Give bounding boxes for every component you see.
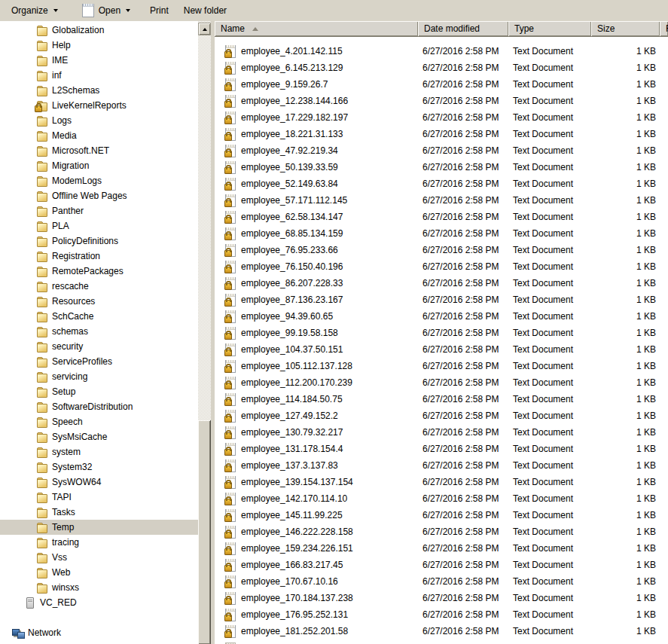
file-row-employee-127-49-152-2[interactable]: employee_127.49.152.2 6/27/2016 2:58 PM … — [215, 407, 668, 424]
sidebar-item-resources[interactable]: Resources — [0, 294, 198, 309]
sidebar-item-logs[interactable]: Logs — [0, 113, 198, 128]
file-row-employee-68-85-134-159[interactable]: employee_68.85.134.159 6/27/2016 2:58 PM… — [215, 225, 668, 242]
file-row-employee-145-11-99-225[interactable]: employee_145.11.99.225 6/27/2016 2:58 PM… — [215, 507, 668, 523]
column-header-name[interactable]: Name — [215, 21, 418, 36]
toolbar-open[interactable]: Open — [75, 2, 137, 19]
file-row-employee-86-207-228-33[interactable]: employee_86.207.228.33 6/27/2016 2:58 PM… — [215, 275, 668, 291]
file-row-employee-6-145-213-129[interactable]: employee_6.145.213.129 6/27/2016 2:58 PM… — [215, 60, 668, 76]
file-row-employee-57-171-112-145[interactable]: employee_57.171.112.145 6/27/2016 2:58 P… — [215, 192, 668, 209]
sidebar-item-serviceprofiles[interactable]: ServiceProfiles — [0, 354, 198, 369]
sidebar-item-migration[interactable]: Migration — [0, 158, 198, 173]
file-row-employee-159-234-226-151[interactable]: employee_159.234.226.151 6/27/2016 2:58 … — [215, 540, 668, 557]
file-row-employee-104-37-50-151[interactable]: employee_104.37.50.151 6/27/2016 2:58 PM… — [215, 341, 668, 358]
locked-text-file-icon — [225, 161, 236, 174]
sidebar-item-network[interactable]: Network — [0, 625, 198, 640]
sidebar-item-globalization[interactable]: Globalization — [0, 23, 198, 38]
file-row-employee-76-150-40-196[interactable]: employee_76.150.40.196 6/27/2016 2:58 PM… — [215, 258, 668, 275]
sidebar-item-tasks[interactable]: Tasks — [0, 505, 198, 520]
sidebar-item-system32[interactable]: System32 — [0, 459, 198, 475]
sidebar-item-inf[interactable]: inf — [0, 68, 198, 83]
column-header-type[interactable]: Type — [508, 21, 591, 36]
sidebar-item-l2schemas[interactable]: L2Schemas — [0, 83, 198, 98]
sidebar-item-remotepackages[interactable]: RemotePackages — [0, 264, 198, 279]
file-name-cell: employee_131.178.154.4 — [215, 443, 418, 456]
sidebar-item-softwaredistribution[interactable]: SoftwareDistribution — [0, 399, 198, 414]
file-row-employee-50-139-33-59[interactable]: employee_50.139.33.59 6/27/2016 2:58 PM … — [215, 159, 668, 175]
size-cell: 1 KB — [591, 444, 660, 454]
date-modified-cell: 6/27/2016 2:58 PM — [418, 493, 508, 504]
sidebar-item-rescache[interactable]: rescache — [0, 279, 198, 294]
toolbar-print[interactable]: Print — [143, 2, 175, 19]
sidebar-item-servicing[interactable]: servicing — [0, 369, 198, 384]
column-header-f[interactable]: F — [660, 21, 668, 36]
file-row-employee-139-154-137-154[interactable]: employee_139.154.137.154 6/27/2016 2:58 … — [215, 474, 668, 490]
file-row-employee-62-58-134-147[interactable]: employee_62.58.134.147 6/27/2016 2:58 PM… — [215, 209, 668, 225]
file-row-employee-142-170-114-10[interactable]: employee_142.170.114.10 6/27/2016 2:58 P… — [215, 490, 668, 507]
sidebar-item-livekernelreports[interactable]: LiveKernelReports — [0, 98, 198, 113]
sidebar-item-sysmsicache[interactable]: SysMsiCache — [0, 429, 198, 444]
file-row-employee-94-39-60-65[interactable]: employee_94.39.60.65 6/27/2016 2:58 PM T… — [215, 308, 668, 325]
sidebar-item-speech[interactable]: Speech — [0, 414, 198, 429]
locked-text-file-icon — [225, 542, 236, 555]
sidebar-item-modemlogs[interactable]: ModemLogs — [0, 173, 198, 188]
file-row-employee-99-19-58-158[interactable]: employee_99.19.58.158 6/27/2016 2:58 PM … — [215, 325, 668, 341]
locked-text-file-icon — [225, 343, 236, 356]
date-modified-cell: 6/27/2016 2:58 PM — [418, 195, 508, 206]
file-row-employee-170-67-10-16[interactable]: employee_170.67.10.16 6/27/2016 2:58 PM … — [215, 573, 668, 590]
column-header-size[interactable]: Size — [591, 21, 660, 36]
locked-text-file-icon — [225, 261, 236, 273]
sidebar-item-tracing[interactable]: tracing — [0, 535, 198, 550]
date-modified-cell: 6/27/2016 2:58 PM — [418, 576, 508, 587]
sidebar-item-ime[interactable]: IME — [0, 53, 198, 68]
toolbar-new-folder[interactable]: New folder — [177, 2, 233, 19]
sidebar-item-security[interactable]: security — [0, 339, 198, 354]
sidebar-item-policydefinitions[interactable]: PolicyDefinitions — [0, 233, 198, 249]
sidebar-item-web[interactable]: Web — [0, 565, 198, 580]
sidebar-item-pla[interactable]: PLA — [0, 218, 198, 233]
file-row-employee-146-222-228-158[interactable]: employee_146.222.228.158 6/27/2016 2:58 … — [215, 523, 668, 540]
file-row-employee-76-95-233-66[interactable]: employee_76.95.233.66 6/27/2016 2:58 PM … — [215, 242, 668, 258]
toolbar-organize[interactable]: Organize — [5, 2, 65, 19]
file-row-employee-170-184-137-238[interactable]: employee_170.184.137.238 6/27/2016 2:58 … — [215, 590, 668, 606]
file-row-employee-176-95-252-131[interactable]: employee_176.95.252.131 6/27/2016 2:58 P… — [215, 606, 668, 623]
file-row-employee-12-238-144-166[interactable]: employee_12.238.144.166 6/27/2016 2:58 P… — [215, 93, 668, 109]
sidebar-item-help[interactable]: Help — [0, 38, 198, 53]
file-row-employee-87-136-23-167[interactable]: employee_87.136.23.167 6/27/2016 2:58 PM… — [215, 291, 668, 308]
file-row-employee-18-221-31-133[interactable]: employee_18.221.31.133 6/27/2016 2:58 PM… — [215, 126, 668, 142]
column-header-date-modified[interactable]: Date modified — [418, 21, 508, 36]
sidebar-item-vss[interactable]: Vss — [0, 550, 198, 565]
sidebar-item-panther[interactable]: Panther — [0, 203, 198, 218]
sidebar-item-tapi[interactable]: TAPI — [0, 490, 198, 505]
sidebar-item-winsxs[interactable]: winsxs — [0, 580, 198, 595]
sidebar-item-registration[interactable]: Registration — [0, 249, 198, 264]
file-row-employee-130-79-32-217[interactable]: employee_130.79.32.217 6/27/2016 2:58 PM… — [215, 424, 668, 441]
sidebar-item-media[interactable]: Media — [0, 128, 198, 143]
file-row-employee-47-92-219-34[interactable]: employee_47.92.219.34 6/27/2016 2:58 PM … — [215, 142, 668, 159]
file-row-employee-9-159-26-7[interactable]: employee_9.159.26.7 6/27/2016 2:58 PM Te… — [215, 76, 668, 93]
file-row-employee-166-83-217-45[interactable]: employee_166.83.217.45 6/27/2016 2:58 PM… — [215, 557, 668, 573]
locked-text-file-icon — [225, 476, 236, 489]
sidebar-item-syswow64[interactable]: SysWOW64 — [0, 475, 198, 490]
sidebar-item-temp[interactable]: Temp — [0, 520, 198, 535]
sidebar-item-system[interactable]: system — [0, 444, 198, 459]
sidebar-item-schemas[interactable]: schemas — [0, 324, 198, 339]
tree-scrollbar-thumb[interactable] — [198, 420, 211, 644]
file-row-employee-52-149-63-84[interactable]: employee_52.149.63.84 6/27/2016 2:58 PM … — [215, 175, 668, 192]
tree-scrollbar-track[interactable] — [198, 21, 211, 644]
tree-item-label: Web — [52, 567, 70, 578]
sidebar-item-setup[interactable]: Setup — [0, 384, 198, 399]
file-row-employee-112-200-170-239[interactable]: employee_112.200.170.239 6/27/2016 2:58 … — [215, 374, 668, 391]
size-cell: 1 KB — [591, 96, 660, 106]
file-row-employee-181-252-201-58[interactable]: employee_181.252.201.58 6/27/2016 2:58 P… — [215, 623, 668, 639]
sidebar-item-schcache[interactable]: SchCache — [0, 309, 198, 324]
scroll-up-button[interactable] — [198, 23, 211, 35]
file-row-employee-17-229-182-197[interactable]: employee_17.229.182.197 6/27/2016 2:58 P… — [215, 109, 668, 126]
file-row-employee-105-112-137-128[interactable]: employee_105.112.137.128 6/27/2016 2:58 … — [215, 358, 668, 374]
file-row-employee-114-184-50-75[interactable]: employee_114.184.50.75 6/27/2016 2:58 PM… — [215, 391, 668, 407]
sidebar-item-offline-web-pages[interactable]: Offline Web Pages — [0, 188, 198, 203]
file-row-employee-131-178-154-4[interactable]: employee_131.178.154.4 6/27/2016 2:58 PM… — [215, 441, 668, 457]
file-row-employee-137-3-137-83[interactable]: employee_137.3.137.83 6/27/2016 2:58 PM … — [215, 457, 668, 474]
sidebar-item-microsoft-net[interactable]: Microsoft.NET — [0, 143, 198, 158]
sidebar-item-vc-red[interactable]: VC_RED — [0, 595, 198, 610]
file-row-employee-4-201-142-115[interactable]: employee_4.201.142.115 6/27/2016 2:58 PM… — [215, 43, 668, 60]
